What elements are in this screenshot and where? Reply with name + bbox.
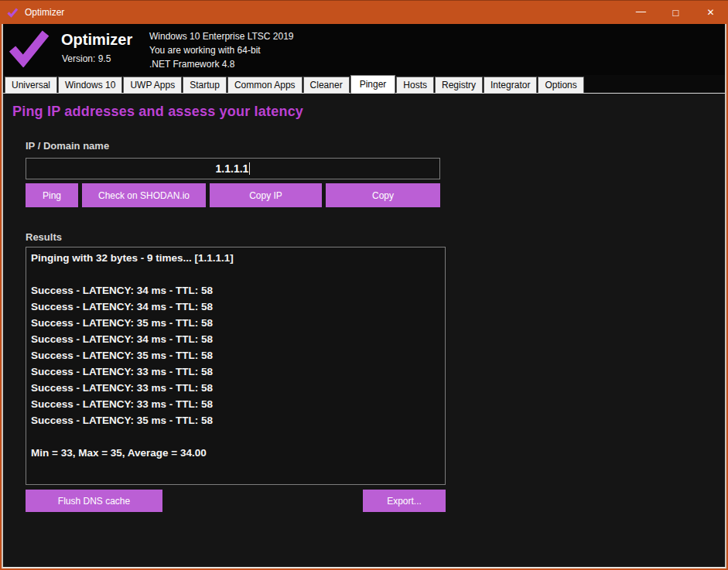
tab-registry[interactable]: Registry — [435, 77, 483, 93]
tab-bar: UniversalWindows 10UWP AppsStartupCommon… — [3, 75, 725, 93]
results-label: Results — [26, 231, 62, 243]
tab-pinger[interactable]: Pinger — [350, 75, 396, 94]
system-info-dotnet: .NET Framework 4.8 — [149, 57, 294, 71]
page-title: Ping IP addresses and assess your latenc… — [12, 104, 303, 120]
tab-windows-10[interactable]: Windows 10 — [58, 77, 122, 93]
tab-uwp-apps[interactable]: UWP Apps — [123, 77, 182, 93]
ip-domain-label: IP / Domain name — [26, 140, 109, 152]
titlebar-check-icon — [7, 8, 19, 18]
results-box[interactable]: Pinging with 32 bytes - 9 times... [1.1.… — [26, 247, 446, 485]
pinger-page: Ping IP addresses and assess your latenc… — [3, 93, 725, 567]
tab-options[interactable]: Options — [538, 77, 583, 93]
tab-common-apps[interactable]: Common Apps — [227, 77, 302, 93]
app-header: Optimizer Version: 9.5 Windows 10 Enterp… — [3, 24, 725, 75]
window-title: Optimizer — [25, 7, 64, 18]
tab-cleaner[interactable]: Cleaner — [303, 77, 350, 93]
ip-domain-value: 1.1.1.1 — [216, 162, 249, 175]
system-info-os: Windows 10 Enterprise LTSC 2019 — [149, 29, 294, 43]
shodan-button[interactable]: Check on SHODAN.io — [82, 183, 206, 207]
action-button-row: Ping Check on SHODAN.io Copy IP Copy — [26, 183, 440, 207]
window-controls: — □ ✕ — [624, 1, 728, 24]
flush-dns-button[interactable]: Flush DNS cache — [26, 490, 162, 512]
titlebar: Optimizer — □ ✕ — [0, 0, 728, 24]
window-frame: Optimizer Version: 9.5 Windows 10 Enterp… — [0, 24, 728, 570]
optimizer-window: Optimizer — □ ✕ Optimizer Version: 9.5 W… — [0, 0, 728, 570]
app-version: Version: 9.5 — [62, 53, 111, 64]
tab-universal[interactable]: Universal — [5, 77, 57, 93]
system-info: Windows 10 Enterprise LTSC 2019 You are … — [149, 29, 294, 71]
minimize-button[interactable]: — — [624, 1, 658, 24]
tab-integrator[interactable]: Integrator — [484, 77, 537, 93]
ping-button[interactable]: Ping — [26, 183, 78, 207]
tab-hosts[interactable]: Hosts — [396, 77, 434, 93]
copy-ip-button[interactable]: Copy IP — [210, 183, 322, 207]
export-button[interactable]: Export... — [363, 490, 446, 512]
ip-domain-input[interactable]: 1.1.1.1 — [26, 158, 440, 179]
text-caret — [249, 162, 250, 175]
app-name: Optimizer — [61, 31, 132, 49]
copy-button[interactable]: Copy — [326, 183, 440, 207]
maximize-button[interactable]: □ — [658, 1, 693, 24]
close-button[interactable]: ✕ — [693, 1, 728, 24]
app-logo-check-icon — [9, 29, 50, 70]
tab-startup[interactable]: Startup — [183, 77, 227, 93]
system-info-arch: You are working with 64-bit — [149, 43, 294, 57]
